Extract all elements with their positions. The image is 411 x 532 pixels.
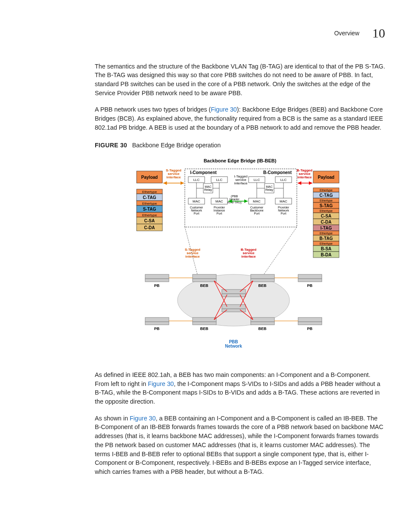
svg-text:Ethertype: Ethertype [320, 242, 333, 246]
svg-rect-101 [298, 279, 322, 282]
svg-text:MAC: MAC [253, 199, 261, 203]
svg-rect-117 [298, 322, 322, 325]
svg-text:LLC: LLC [193, 178, 200, 182]
chapter-number: 10 [372, 24, 385, 43]
svg-text:PB: PB [154, 283, 160, 288]
svg-text:LLC: LLC [254, 178, 260, 182]
svg-text:C-TAG: C-TAG [143, 195, 156, 200]
svg-rect-95 [193, 279, 216, 282]
svg-text:MAC: MAC [215, 199, 223, 203]
svg-text:C-TAG: C-TAG [320, 193, 333, 198]
p4-text-b: , a BEB containing an I-Component and a … [95, 415, 383, 475]
svg-text:Ethertype: Ethertype [320, 232, 333, 235]
svg-text:Ethertype: Ethertype [320, 199, 333, 202]
svg-text:Payload: Payload [318, 175, 334, 180]
figure-caption: Backbone Edge Bridge operation [132, 142, 221, 149]
svg-text:PBBNetwork: PBBNetwork [225, 339, 242, 348]
svg-text:S-TAG: S-TAG [320, 203, 333, 208]
svg-text:Ethertype: Ethertype [142, 213, 157, 217]
svg-rect-91 [145, 274, 169, 279]
svg-text:ProviderNetworkPort: ProviderNetworkPort [278, 206, 290, 215]
svg-text:BEB: BEB [258, 327, 267, 331]
svg-text:PB: PB [307, 283, 313, 288]
svg-text:B-Taggedserviceinterface: B-Taggedserviceinterface [297, 168, 312, 179]
svg-text:C-SA: C-SA [144, 218, 155, 223]
svg-rect-100 [298, 274, 322, 279]
svg-text:Ethertype: Ethertype [142, 202, 157, 205]
svg-text:BEB: BEB [258, 283, 267, 288]
diagram-title: Backbone Edge Bridge (IB-BEB) [204, 158, 277, 163]
svg-text:ProviderInstancePort: ProviderInstancePort [214, 206, 225, 215]
svg-rect-116 [298, 317, 322, 322]
svg-text:MACRelay: MACRelay [204, 185, 212, 192]
svg-rect-110 [193, 317, 216, 322]
svg-rect-114 [251, 322, 274, 325]
figure-label: FIGURE 30 [95, 142, 127, 149]
svg-text:PB: PB [154, 327, 160, 331]
paragraph-4: As shown in Figure 30, a BEB containing … [95, 414, 385, 476]
svg-text:B-DA: B-DA [321, 252, 332, 257]
paragraph-2: A PBB network uses two types of bridges … [95, 105, 385, 132]
svg-text:S-Taggedserviceinterface: S-Taggedserviceinterface [185, 248, 200, 258]
figure-link-2[interactable]: Figure 30 [148, 380, 174, 387]
svg-text:PB: PB [307, 327, 313, 331]
svg-text:I-Taggedserviceinterface: I-Taggedserviceinterface [234, 174, 247, 185]
left-frame-stack: Payload Ethertype C-TAG Ethertype S-TAG … [137, 171, 162, 231]
svg-text:CustomerNetworkPort: CustomerNetworkPort [190, 206, 203, 215]
svg-text:Payload: Payload [141, 175, 158, 180]
svg-rect-97 [251, 274, 274, 279]
right-frame-stack: Payload Ethertype C-TAG Ethertype S-TAG … [313, 171, 339, 258]
svg-text:C-DA: C-DA [144, 225, 155, 230]
svg-text:S-TAG: S-TAG [143, 207, 156, 212]
svg-rect-107 [145, 317, 169, 322]
svg-text:C-SA: C-SA [321, 214, 331, 218]
svg-text:LLC: LLC [280, 178, 287, 182]
svg-text:S-Taggedserviceinterface: S-Taggedserviceinterface [166, 168, 181, 179]
svg-line-87 [259, 227, 297, 281]
svg-rect-92 [145, 279, 169, 282]
svg-rect-111 [193, 322, 216, 325]
svg-text:I-TAG: I-TAG [321, 226, 332, 230]
svg-text:LLC: LLC [216, 178, 223, 182]
svg-rect-105 [222, 305, 246, 309]
p2-text-a: A PBB network uses two types of bridges … [95, 106, 211, 113]
svg-text:Ethertype: Ethertype [320, 189, 333, 192]
figure-link-3[interactable]: Figure 30 [130, 415, 156, 422]
paragraph-3: As defined in IEEE 802.1ah, a BEB has tw… [95, 370, 385, 406]
figure-caption-line: FIGURE 30 Backbone Edge Bridge operation [95, 141, 385, 149]
svg-rect-98 [251, 279, 274, 282]
svg-text:Ethertype: Ethertype [142, 190, 157, 194]
svg-text:B-Taggedserviceinterface: B-Taggedserviceinterface [241, 248, 256, 258]
svg-text:MAC: MAC [193, 199, 200, 203]
p4-text-a: As shown in [95, 415, 130, 422]
paragraph-1: The semantics and the structure of the B… [95, 62, 385, 98]
svg-text:MAC: MAC [280, 199, 287, 203]
svg-rect-108 [145, 322, 169, 325]
svg-text:BEB: BEB [200, 327, 209, 331]
header-section: Overview [334, 29, 359, 37]
svg-text:BEB: BEB [200, 283, 209, 288]
svg-rect-94 [193, 274, 216, 279]
svg-rect-104 [222, 294, 246, 297]
svg-rect-113 [251, 317, 274, 322]
svg-text:B-TAG: B-TAG [320, 236, 333, 241]
svg-text:C-DA: C-DA [321, 220, 332, 224]
svg-text:CustomerBackbonePort: CustomerBackbonePort [250, 206, 263, 215]
svg-text:Ethertype: Ethertype [320, 209, 333, 213]
svg-text:MACRelay: MACRelay [265, 185, 273, 192]
svg-text:I-Component: I-Component [190, 170, 217, 175]
svg-text:(PBBHeaderno B-TAG): (PBBHeaderno B-TAG) [227, 195, 242, 204]
svg-text:B-Component: B-Component [263, 170, 292, 175]
figure-link-1[interactable]: Figure 30 [211, 106, 237, 113]
figure-30-diagram: Backbone Edge Bridge (IB-BEB) I-Componen… [95, 156, 385, 358]
svg-text:B-SA: B-SA [321, 246, 331, 251]
